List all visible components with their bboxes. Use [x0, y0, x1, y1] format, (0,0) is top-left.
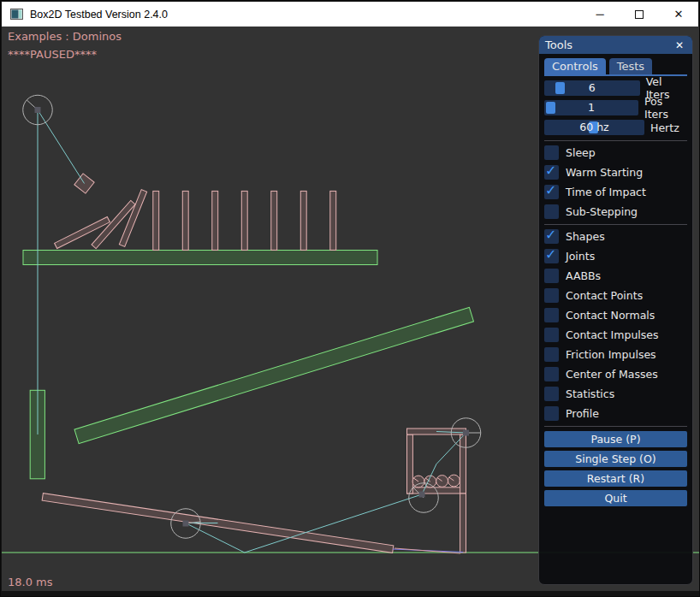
- checkbox-profile[interactable]: ✓Profile: [544, 406, 687, 421]
- checkbox-warm-starting[interactable]: ✓Warm Starting: [544, 165, 687, 180]
- tools-titlebar[interactable]: Tools ✕: [539, 36, 692, 54]
- tools-tabbar: Controls Tests: [544, 58, 687, 76]
- vel-iters-value: 6: [544, 80, 640, 96]
- checkbox-contact-impulses[interactable]: ✓Contact Impulses: [544, 328, 687, 342]
- domino[interactable]: [330, 191, 336, 250]
- pos-iters-slider[interactable]: 1: [544, 100, 638, 115]
- tab-tests[interactable]: Tests: [609, 58, 652, 74]
- tools-title: Tools: [545, 38, 572, 51]
- checkbox-center-of-masses[interactable]: ✓Center of Masses: [544, 367, 687, 381]
- checkbox-shapes[interactable]: ✓Shapes: [544, 229, 687, 244]
- hertz-value: 60 hz: [544, 120, 644, 135]
- restart-button[interactable]: Restart (R): [544, 470, 687, 487]
- domino[interactable]: [271, 191, 277, 250]
- separator: [544, 140, 687, 141]
- checkbox-aabbs[interactable]: ✓AABBs: [544, 269, 687, 283]
- checkbox-statistics[interactable]: ✓Statistics: [544, 387, 687, 401]
- app-window: Box2D Testbed Version 2.4.0 ─ ✕: [0, 0, 700, 597]
- domino[interactable]: [212, 191, 218, 250]
- checkbox-time-of-impact[interactable]: ✓Time of Impact: [544, 185, 687, 199]
- single-step-button[interactable]: Single Step (O): [544, 451, 687, 467]
- pos-iters-value: 1: [544, 100, 638, 115]
- checkbox-contact-points[interactable]: ✓Contact Points: [544, 288, 687, 303]
- checkbox-friction-impulses[interactable]: ✓Friction Impulses: [544, 347, 687, 362]
- separator: [544, 426, 687, 427]
- vel-iters-slider[interactable]: 6: [544, 80, 640, 96]
- checkbox-sub-stepping[interactable]: ✓Sub-Stepping: [544, 204, 687, 219]
- tools-panel: Tools ✕ Controls Tests 6 Vel Iters 1: [538, 35, 693, 585]
- checkbox-joints[interactable]: ✓Joints: [544, 249, 687, 263]
- tools-close-icon[interactable]: ✕: [673, 39, 686, 51]
- cradle-left-post[interactable]: [407, 434, 413, 494]
- separator: [544, 224, 687, 225]
- paused-label: ****PAUSED****: [8, 48, 97, 61]
- tab-controls[interactable]: Controls: [544, 58, 606, 74]
- pause-button[interactable]: Pause (P): [544, 431, 687, 447]
- checkbox-contact-normals[interactable]: ✓Contact Normals: [544, 308, 687, 322]
- domino[interactable]: [182, 191, 188, 250]
- hertz-slider[interactable]: 60 hz: [544, 120, 644, 135]
- hanging-post[interactable]: [460, 494, 466, 553]
- frame-time-label: 18.0 ms: [8, 576, 53, 588]
- example-label: Examples : Dominos: [8, 30, 122, 43]
- cradle-right-post[interactable]: [460, 434, 466, 494]
- domino[interactable]: [153, 191, 159, 250]
- domino[interactable]: [300, 191, 306, 250]
- quit-button[interactable]: Quit: [544, 490, 687, 506]
- domino-platform: [23, 251, 377, 265]
- hertz-label: Hertz: [650, 121, 679, 134]
- domino[interactable]: [241, 191, 247, 250]
- checkbox-sleep[interactable]: ✓Sleep: [544, 145, 687, 160]
- pos-iters-label: Pos Iters: [644, 95, 687, 121]
